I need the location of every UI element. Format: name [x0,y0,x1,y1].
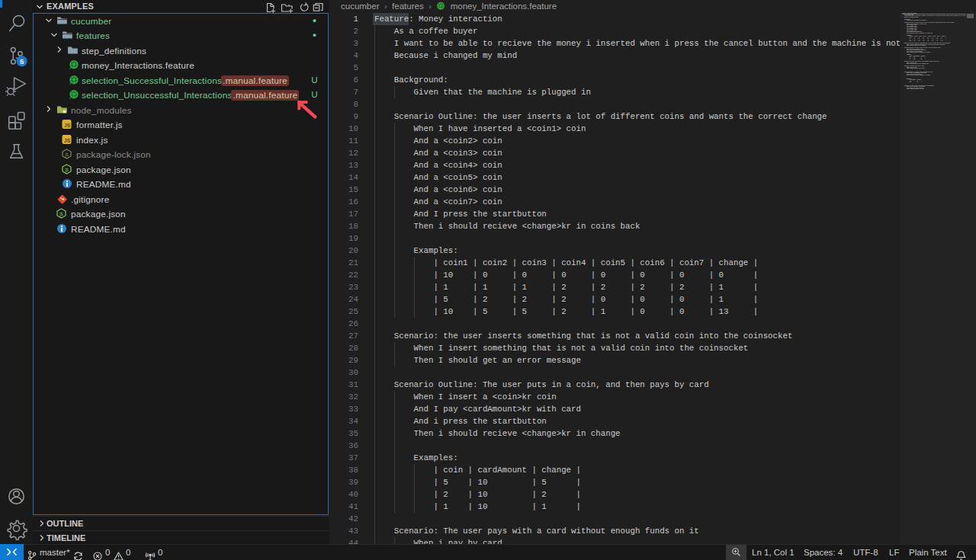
svg-text:js: js [64,166,69,172]
svg-text:JS: JS [64,123,71,128]
svg-text:js: js [59,211,63,217]
svg-text:JS: JS [64,138,71,143]
svg-text:5: 5 [20,57,24,66]
svg-text:js: js [64,152,69,158]
